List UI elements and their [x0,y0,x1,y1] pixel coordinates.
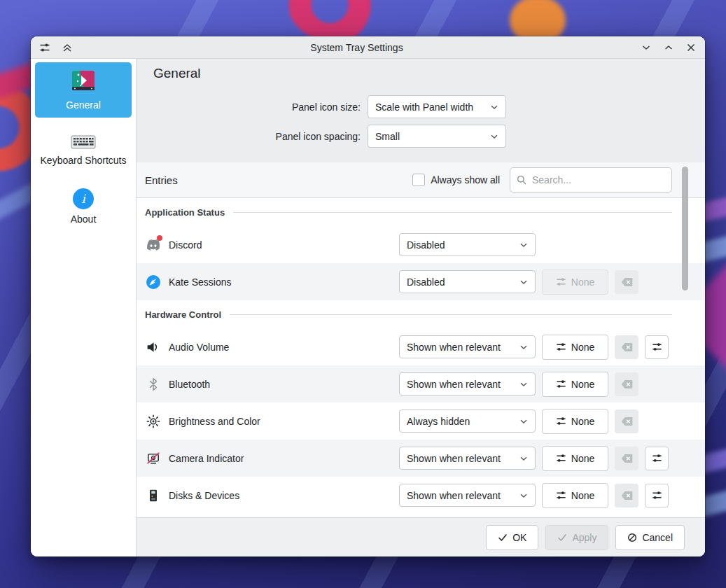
chevron-down-icon [489,132,499,141]
page-title: General [153,66,688,81]
backspace-icon [621,416,633,426]
visibility-dropdown-bluetooth[interactable]: Shown when relevant [399,372,536,396]
sidebar: General Keyboard Shortcuts [31,59,137,556]
sidebar-item-label: Keyboard Shortcuts [41,155,127,167]
keep-above-icon[interactable] [62,42,73,53]
panel-icon-size-field: Panel icon size: Scale with Panel width [153,95,688,118]
entry-label: Disks & Devices [169,490,399,501]
titlebar-right-buttons [641,42,697,53]
scrollbar-thumb[interactable] [682,167,688,290]
search-icon [516,174,527,186]
shortcut-label: None [571,379,594,390]
dropdown-value: Scale with Panel width [375,102,485,113]
chevron-down-icon [519,454,529,463]
entry-label: Brightness and Color [169,416,399,427]
chevron-down-icon [519,277,529,287]
ok-button[interactable]: OK [486,525,538,550]
panel-icon-spacing-label: Panel icon spacing: [153,131,361,142]
chevron-down-icon [489,102,499,112]
shortcut-button: None [542,270,608,295]
sliders-icon [556,276,566,287]
titlebar: System Tray Settings [31,36,705,59]
discord-icon [145,237,162,253]
sliders-icon [556,490,566,500]
sidebar-item-about[interactable]: i About [35,183,132,232]
shortcut-button[interactable]: None [542,372,608,397]
panel-icon-spacing-field: Panel icon spacing: Small [153,125,688,148]
cancel-icon [627,533,637,542]
chevron-down-icon [519,416,529,426]
entry-label: Kate Sessions [169,276,399,288]
notification-badge [157,235,162,241]
maximize-icon[interactable] [663,42,674,53]
keyboard-icon [71,134,96,150]
entry-label: Discord [169,239,399,251]
clear-shortcut-button [615,270,638,294]
dialog-footer: OK Apply Cancel [137,517,705,556]
shortcut-button[interactable]: None [542,335,608,360]
configure-button[interactable] [645,484,669,507]
titlebar-left-buttons [39,42,73,53]
clear-shortcut-button [615,372,638,396]
chevron-down-icon [519,342,529,352]
sidebar-item-keyboard-shortcuts[interactable]: Keyboard Shortcuts [35,129,132,173]
sidebar-item-label: About [71,214,97,226]
chevron-down-icon [519,491,529,500]
panel-icon-size-label: Panel icon size: [153,102,361,113]
always-show-all-label: Always show all [431,174,500,186]
sliders-icon [556,453,566,463]
shortcut-label: None [571,490,594,501]
visibility-dropdown-audio-volume[interactable]: Shown when relevant [399,335,536,358]
check-icon [557,533,567,542]
audio-volume-icon [145,339,162,356]
section-divider [233,212,672,213]
shortcut-label: None [571,276,594,288]
visibility-dropdown-camera-indicator[interactable]: Shown when relevant [399,447,536,470]
visibility-dropdown-brightness[interactable]: Always hidden [399,410,536,433]
sliders-icon [652,490,662,500]
brightness-icon [145,413,162,430]
configure-button[interactable] [645,335,669,359]
apply-button: Apply [545,525,608,550]
always-show-all-checkbox[interactable] [412,174,425,186]
clear-shortcut-button [615,335,638,359]
sliders-icon[interactable] [39,42,50,53]
visibility-dropdown-disks-devices[interactable]: Shown when relevant [399,484,536,507]
cancel-button[interactable]: Cancel [615,525,685,550]
clear-shortcut-button [615,410,638,433]
shortcut-label: None [571,416,594,427]
close-icon[interactable] [685,42,697,53]
clear-shortcut-button [615,447,638,470]
sliders-icon [556,416,566,426]
sliders-icon [652,342,662,352]
panel-icon-size-dropdown[interactable]: Scale with Panel width [368,95,506,118]
sliders-icon [556,342,566,352]
bluetooth-icon [145,376,162,393]
panel-icon-spacing-dropdown[interactable]: Small [368,125,506,148]
minimize-icon[interactable] [641,42,652,53]
entry-row-camera-indicator: Camera Indicator Shown when relevant Non… [137,440,705,477]
section-divider [230,314,672,315]
kate-icon [145,274,162,290]
entries-list: Application Status Discord Disabled [137,198,705,517]
search-input[interactable] [510,167,672,192]
configure-button[interactable] [645,447,669,470]
backspace-icon [621,277,633,287]
disks-devices-icon [145,487,162,504]
shortcut-button[interactable]: None [542,409,608,434]
shortcut-button[interactable]: None [542,483,608,508]
shortcut-button[interactable]: None [542,446,608,471]
visibility-dropdown-kate-sessions[interactable]: Disabled [399,270,536,293]
entry-row-brightness-and-color: Brightness and Color Always hidden None [137,402,705,440]
sidebar-item-label: General [66,99,101,112]
clear-shortcut-button [615,484,638,507]
visibility-dropdown-discord[interactable]: Disabled [399,233,536,256]
check-icon [498,533,508,542]
entries-toolbar: Entries Always show all [137,162,705,198]
backspace-icon [621,454,633,463]
entry-row-audio-volume: Audio Volume Shown when relevant None [137,328,705,365]
entry-row-disks-devices: Disks & Devices Shown when relevant None [137,477,705,514]
sidebar-item-general[interactable]: General [35,62,132,118]
window-title: System Tray Settings [73,42,641,53]
backspace-icon [621,491,633,500]
